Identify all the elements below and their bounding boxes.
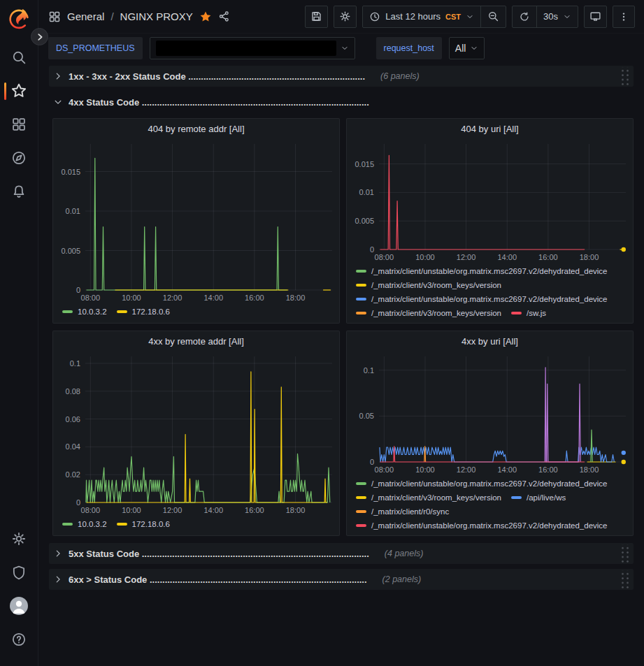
svg-text:0: 0 — [76, 286, 80, 294]
sidebar-item-dashboards[interactable] — [5, 110, 33, 138]
kebab-menu-button[interactable] — [613, 6, 635, 28]
sidebar-bottom-group — [5, 525, 33, 659]
row-header-5xx[interactable]: 5xx Status Code ........................… — [49, 543, 634, 564]
svg-text:12:00: 12:00 — [457, 253, 476, 261]
svg-text:14:00: 14:00 — [497, 465, 517, 474]
panel-404-by-uri: 404 by uri [All] 08:0010:0012:0014:0016:… — [346, 118, 634, 324]
chevron-right-icon — [35, 32, 45, 42]
panel-title[interactable]: 4xx by remote addr [All] — [53, 333, 339, 351]
svg-text:14:00: 14:00 — [203, 294, 223, 302]
svg-text:18:00: 18:00 — [286, 294, 306, 302]
variable-select-request-host[interactable]: All — [449, 37, 485, 59]
chevron-down-icon — [470, 44, 478, 52]
time-series-chart[interactable]: 08:0010:0012:0014:0016:0018:0000.050.1 — [347, 351, 633, 476]
row-title: 1xx - 3xx - 2xx Status Code ............… — [69, 71, 365, 82]
row-header-1xx-3xx-2xx[interactable]: 1xx - 3xx - 2xx Status Code ............… — [49, 66, 634, 87]
legend-item[interactable]: 172.18.0.6 — [117, 517, 170, 531]
breadcrumb-folder[interactable]: General — [67, 10, 104, 22]
legend-label: /sw.js — [527, 309, 546, 317]
legend-item[interactable]: 10.0.3.2 — [62, 305, 107, 319]
svg-text:0: 0 — [370, 458, 374, 466]
svg-text:18:00: 18:00 — [580, 253, 599, 261]
legend-label: 172.18.0.6 — [132, 520, 170, 528]
favorite-star-icon[interactable] — [199, 10, 212, 23]
legend-item[interactable]: /_matrix/client/unstable/org.matrix.msc2… — [356, 477, 608, 491]
sidebar-item-explore[interactable] — [5, 144, 33, 172]
chevron-down-icon — [341, 44, 349, 52]
time-range-picker[interactable]: Last 12 hours CST — [363, 6, 480, 27]
legend-item[interactable]: /_matrix/client/unstable/org.matrix.msc2… — [356, 292, 608, 306]
refresh-button[interactable] — [513, 6, 536, 27]
panel-legend: 10.0.3.2172.18.0.6 — [62, 305, 334, 319]
svg-text:10:00: 10:00 — [415, 253, 435, 261]
panel-404-by-remote-addr: 404 by remote addr [All] 08:0010:0012:00… — [52, 118, 340, 324]
sidebar-item-search[interactable] — [5, 43, 33, 71]
grafana-logo[interactable] — [7, 6, 31, 29]
time-series-chart[interactable]: 08:0010:0012:0014:0016:0018:0000.020.040… — [53, 351, 339, 516]
panel-title[interactable]: 4xx by uri [All] — [347, 333, 633, 351]
legend-swatch — [356, 298, 366, 301]
panel-legend: /_matrix/client/unstable/org.matrix.msc2… — [356, 264, 627, 319]
time-series-chart[interactable]: 08:0010:0012:0014:0016:0018:0000.0050.01… — [347, 138, 633, 263]
legend-item[interactable]: /_matrix/client/v3/room_keys/version — [356, 278, 501, 292]
svg-text:0.05: 0.05 — [359, 412, 374, 420]
variable-label-request-host: request_host — [376, 37, 442, 59]
legend-label: /_matrix/client/unstable/org.matrix.msc2… — [371, 295, 608, 303]
legend-item[interactable]: /api/live/ws — [511, 491, 566, 505]
legend-swatch — [356, 482, 366, 485]
active-indicator — [4, 82, 6, 100]
gear-icon — [11, 531, 27, 546]
row-drag-handle[interactable] — [620, 67, 629, 85]
share-icon[interactable] — [218, 10, 230, 22]
refresh-interval-picker[interactable]: 30s — [536, 6, 578, 27]
dashboard-canvas: 1xx - 3xx - 2xx Status Code ............… — [38, 63, 644, 666]
row-drag-handle[interactable] — [620, 544, 629, 563]
svg-text:08:00: 08:00 — [81, 506, 101, 514]
row-header-4xx[interactable]: 4xx Status Code ........................… — [49, 92, 634, 112]
legend-swatch — [117, 310, 127, 313]
legend-item[interactable]: 172.18.0.6 — [117, 305, 170, 319]
apps-grid-icon — [48, 10, 61, 23]
refresh-group: 30s — [512, 6, 578, 28]
zoom-out-button[interactable] — [480, 6, 506, 27]
legend-swatch — [356, 312, 366, 314]
svg-text:0.02: 0.02 — [66, 470, 80, 479]
sidebar-item-alerting[interactable] — [5, 178, 33, 205]
sidebar-item-configuration[interactable] — [5, 525, 33, 553]
legend-item[interactable]: /_matrix/client/unstable/org.matrix.msc2… — [356, 264, 608, 278]
sidebar-item-starred[interactable] — [5, 77, 33, 105]
tv-mode-button[interactable] — [584, 6, 607, 28]
legend-item[interactable]: /_matrix/client/v3/room_keys/version — [356, 306, 501, 319]
panel-4xx-by-remote-addr: 4xx by remote addr [All] 08:0010:0012:00… — [52, 331, 340, 536]
panel-title[interactable]: 404 by uri [All] — [347, 120, 633, 138]
legend-item[interactable]: /_matrix/client/r0/sync — [356, 505, 449, 519]
sidebar-expand-button[interactable] — [31, 28, 48, 45]
legend-swatch — [356, 510, 366, 513]
legend-item[interactable]: /_matrix/client/unstable/org.matrix.msc2… — [356, 519, 608, 531]
chevron-right-icon — [53, 549, 63, 558]
dashboard-settings-button[interactable] — [334, 6, 357, 28]
svg-text:18:00: 18:00 — [580, 465, 599, 474]
time-series-chart[interactable]: 08:0010:0012:0014:0016:0018:0000.0050.01… — [53, 138, 339, 304]
sidebar-item-profile[interactable] — [5, 592, 33, 620]
panel-grid: 404 by remote addr [All] 08:0010:0012:00… — [52, 118, 634, 536]
gear-icon — [339, 10, 351, 22]
breadcrumb-separator: / — [110, 10, 113, 22]
toolbar-right: Last 12 hours CST — [305, 6, 635, 28]
panel-title[interactable]: 404 by remote addr [All] — [53, 120, 339, 138]
legend-item[interactable]: /sw.js — [511, 306, 546, 319]
row-title: 6xx > Status Code ......................… — [69, 574, 367, 585]
row-header-6xx[interactable]: 6xx > Status Code ......................… — [49, 569, 634, 590]
sidebar-item-server-admin[interactable] — [5, 558, 33, 586]
legend-item[interactable]: /_matrix/client/v3/room_keys/version — [356, 491, 501, 505]
row-drag-handle[interactable] — [620, 570, 629, 588]
variable-select-datasource[interactable] — [150, 37, 355, 59]
sidebar-item-help[interactable] — [5, 625, 33, 653]
svg-text:0.01: 0.01 — [66, 207, 80, 215]
legend-swatch — [511, 312, 522, 314]
row-panel-count: (2 panels) — [382, 574, 422, 584]
save-dashboard-button[interactable] — [305, 6, 328, 28]
avatar — [10, 597, 28, 615]
legend-item[interactable]: 10.0.3.2 — [62, 517, 107, 531]
dashboards-grid-icon — [11, 117, 27, 132]
